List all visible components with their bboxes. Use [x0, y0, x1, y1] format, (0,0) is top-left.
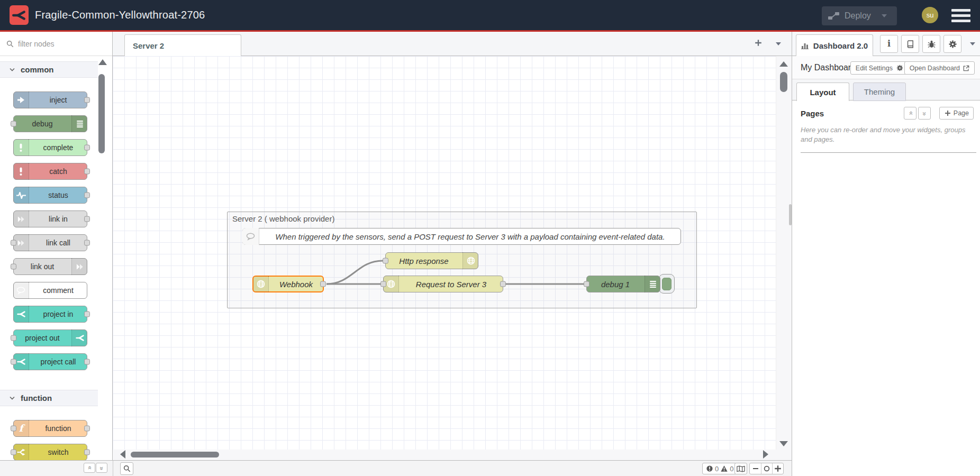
deploy-button[interactable]: Deploy — [822, 6, 897, 25]
flow-list-caret-icon[interactable] — [776, 42, 781, 45]
palette-node-project-in[interactable]: project in — [13, 306, 87, 323]
flow-node-http-response[interactable]: Http response — [385, 252, 478, 269]
plus-icon — [945, 110, 951, 116]
help-tab-button[interactable] — [901, 35, 919, 53]
canvas-scroll-down-icon[interactable] — [779, 441, 788, 446]
canvas-scroll-left-icon[interactable] — [120, 450, 125, 459]
node-label: debug 1 — [587, 276, 644, 292]
palette-node-status[interactable]: status — [13, 187, 87, 204]
status-counts[interactable]: 0 0 — [702, 463, 738, 474]
user-avatar[interactable]: su — [922, 7, 938, 23]
node-port-in — [11, 450, 16, 455]
deploy-caret-icon[interactable] — [882, 14, 887, 17]
palette-node-link-out[interactable]: link out — [13, 258, 87, 275]
node-port-in — [11, 335, 16, 341]
node-label: link call — [30, 235, 87, 251]
tab-theming[interactable]: Theming — [853, 83, 906, 101]
move-page-up-button[interactable]: » — [904, 107, 917, 120]
sidebar-caret-icon[interactable] — [970, 42, 975, 45]
search-icon — [123, 465, 131, 472]
node-label: switch — [30, 444, 87, 460]
config-tab-button[interactable] — [943, 35, 961, 53]
tab-dashboard-2-0[interactable]: Dashboard 2.0 — [796, 34, 873, 56]
palette-node-switch[interactable]: switch — [13, 444, 87, 460]
canvas-scroll-up-icon[interactable] — [779, 61, 788, 67]
node-label: link out — [14, 259, 71, 274]
add-page-label: Page — [954, 109, 969, 117]
palette-search-input[interactable] — [18, 40, 97, 48]
tab-server-2[interactable]: Server 2 — [124, 34, 241, 56]
flow-node-request[interactable]: Request to Server 3 — [383, 276, 503, 292]
canvas-search-button[interactable] — [120, 462, 133, 475]
gear-icon — [949, 40, 957, 48]
open-dashboard-button[interactable]: Open Dashboard — [904, 61, 975, 75]
palette-category-function[interactable]: function — [0, 390, 98, 406]
node-port-out — [84, 450, 90, 455]
double-chevron-down-icon: » — [920, 112, 928, 115]
comment-node-label: When triggered by the sensors, send a PO… — [260, 228, 680, 244]
footer-divider — [113, 461, 113, 476]
workspace-tab-bar: Server 2 — [113, 32, 792, 56]
zoom-reset-button[interactable] — [761, 463, 772, 474]
node-port-in — [11, 121, 16, 127]
node-port-in[interactable] — [380, 281, 386, 287]
dashboard-tab-label: Dashboard 2.0 — [813, 41, 868, 50]
palette-scrollbar[interactable] — [98, 74, 105, 153]
node-label: status — [30, 187, 87, 203]
edit-settings-button[interactable]: Edit Settings — [850, 61, 909, 75]
plus-icon — [774, 465, 782, 472]
gear-icon — [897, 65, 903, 71]
debug-toggle-button[interactable] — [659, 274, 675, 294]
dashboard-header: My Dashboard Edit Settings Open Dashboar… — [792, 56, 980, 79]
move-page-down-button[interactable]: » — [918, 107, 931, 120]
canvas-vertical-scrollbar[interactable] — [780, 72, 787, 92]
node-port-in[interactable] — [584, 281, 589, 287]
warning-triangle-icon — [721, 465, 728, 472]
dashboard-tabs: Layout Theming — [792, 79, 980, 100]
node-port-in[interactable] — [383, 258, 388, 264]
palette-scroll-up-icon[interactable] — [98, 59, 107, 65]
palette-node-comment[interactable]: comment — [13, 282, 87, 299]
node-port-out[interactable] — [320, 281, 326, 287]
main-menu-button[interactable] — [951, 9, 970, 22]
palette-node-complete[interactable]: complete — [13, 139, 87, 156]
palette-node-link-call[interactable]: link call — [13, 234, 87, 251]
category-label: common — [21, 65, 54, 74]
palette-node-project-out[interactable]: project out — [13, 329, 87, 346]
node-port-in — [11, 240, 16, 246]
debug-tab-button[interactable] — [922, 35, 940, 53]
pages-description: Here you can re-order and move your widg… — [801, 125, 975, 144]
node-label: project in — [30, 306, 87, 322]
palette-node-function[interactable]: ffunction — [13, 420, 87, 437]
info-tab-button[interactable]: i — [880, 35, 898, 53]
palette-node-catch[interactable]: catch — [13, 163, 87, 180]
add-page-button[interactable]: Page — [939, 107, 974, 120]
palette-node-inject[interactable]: inject — [13, 91, 87, 108]
node-port-out — [84, 359, 90, 365]
add-flow-button[interactable] — [755, 39, 762, 47]
zoom-out-button[interactable] — [750, 463, 761, 474]
node-port-out[interactable] — [500, 281, 506, 287]
flow-canvas[interactable]: Server 2 ( webhook provider) When trigge… — [113, 56, 792, 460]
palette-node-link-in[interactable]: link in — [13, 210, 87, 227]
palette-search[interactable] — [0, 32, 112, 56]
palette-node-project-call[interactable]: project call — [13, 353, 87, 370]
flow-node-webhook[interactable]: Webhook — [252, 276, 324, 292]
chevron-down-icon — [10, 68, 15, 71]
double-chevron-up-icon: » — [86, 466, 93, 470]
palette-expand-all-button[interactable]: » — [96, 463, 107, 473]
flow-node-comment[interactable]: When triggered by the sensors, send a PO… — [242, 228, 681, 245]
flow-node-debug1[interactable]: debug 1 — [586, 276, 660, 292]
palette-collapse-all-button[interactable]: » — [84, 463, 95, 473]
navigator-map-button[interactable] — [734, 463, 747, 474]
canvas-horizontal-scrollbar[interactable] — [131, 452, 219, 457]
zoom-in-button[interactable] — [772, 463, 783, 474]
tab-layout[interactable]: Layout — [796, 83, 849, 101]
flow-group-label: Server 2 ( webhook provider) — [232, 214, 334, 223]
footer-bar: » » 0 0 — [0, 460, 792, 476]
canvas-scroll-right-icon[interactable] — [763, 450, 768, 459]
deploy-label: Deploy — [845, 11, 871, 21]
palette-category-common[interactable]: common — [0, 61, 98, 78]
header-bar: Fragile-Common-Yellowthroat-2706 Deploy … — [0, 0, 980, 30]
palette-node-debug[interactable]: debug — [13, 115, 87, 132]
